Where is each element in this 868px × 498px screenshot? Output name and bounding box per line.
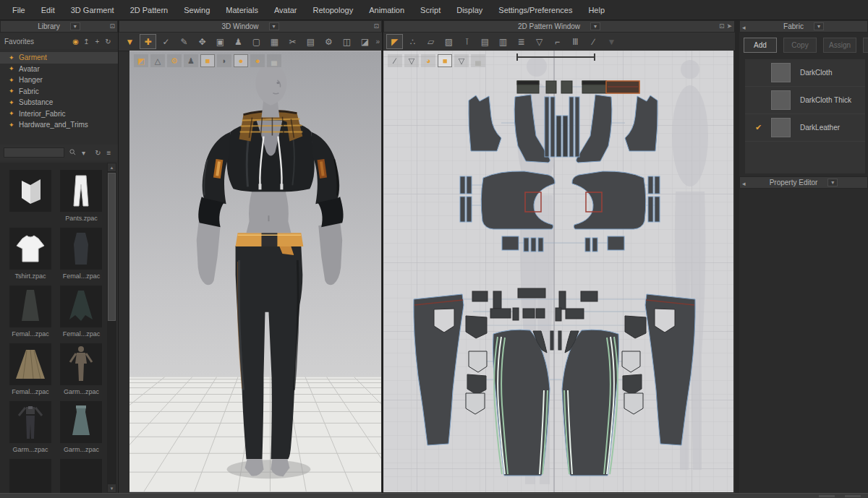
- transform-pattern-icon[interactable]: ◤: [386, 34, 403, 49]
- menu-avatar[interactable]: Avatar: [266, 6, 305, 14]
- menu-file[interactable]: File: [4, 6, 33, 14]
- free-sewing-icon[interactable]: ▥: [495, 34, 511, 49]
- menu-sewing[interactable]: Sewing: [176, 6, 218, 14]
- library-item-5[interactable]: Femal...zpac: [57, 286, 105, 338]
- favorite-badge-icon[interactable]: ◉: [70, 37, 81, 46]
- menu-display[interactable]: Display: [448, 6, 490, 14]
- 3d-viewport[interactable]: ◩ △ ⚙ ♟ ■ ◗ ● ● ▄: [129, 51, 381, 492]
- library-item-1[interactable]: Pants.zpac: [57, 170, 105, 223]
- favorite-item-substance[interactable]: ✦Substance: [0, 97, 118, 108]
- favorite-item-hanger[interactable]: ✦Hanger: [0, 74, 118, 86]
- fabric-panel-arrow-icon[interactable]: ◂: [742, 24, 746, 31]
- show-garment-alt-icon[interactable]: △: [150, 54, 165, 67]
- library-item-partial[interactable]: [57, 459, 105, 493]
- 2d-viewport[interactable]: ∕ ▽ ◕ ■ ▽ ▄: [383, 51, 733, 492]
- fabric-swatch[interactable]: [771, 118, 791, 137]
- edit-sewing-icon[interactable]: ✂: [284, 34, 301, 49]
- menu-animation[interactable]: Animation: [361, 6, 412, 14]
- menu-script[interactable]: Script: [412, 6, 448, 14]
- library-item-3[interactable]: Femal...zpac: [57, 228, 105, 280]
- steam-area-icon[interactable]: ≣: [513, 34, 529, 49]
- menu-help[interactable]: Help: [580, 6, 613, 14]
- pin-settings-icon[interactable]: ⚙: [320, 34, 337, 49]
- pattern-outline-toggle-icon[interactable]: ▽: [404, 54, 419, 67]
- scroll-up-icon[interactable]: ▴: [108, 163, 116, 171]
- menu-retopology[interactable]: Retopology: [305, 6, 362, 14]
- texture-view-2d-icon[interactable]: ■: [438, 54, 452, 67]
- favorite-item-fabric[interactable]: ✦Fabric: [0, 86, 118, 98]
- fabric-dropdown[interactable]: ▾: [814, 22, 824, 30]
- library-item-4[interactable]: Femal...zpac: [7, 286, 54, 338]
- sync-3d-icon[interactable]: ▽: [531, 34, 548, 49]
- pattern-lock-icon[interactable]: ▽: [454, 54, 469, 67]
- library-item-6[interactable]: Femal...zpac: [7, 343, 54, 396]
- import-icon[interactable]: ↥: [81, 37, 92, 46]
- library-item-8[interactable]: Garm...zpac: [7, 401, 54, 454]
- segment-sewing-icon[interactable]: ▤: [477, 34, 493, 49]
- library-search-input[interactable]: [4, 147, 64, 158]
- half-shade-view-icon[interactable]: ◗: [217, 54, 231, 67]
- scroll-down-icon[interactable]: ▾: [108, 484, 116, 492]
- pin-tool-icon[interactable]: ✎: [176, 34, 192, 49]
- toolbar-overflow-icon[interactable]: »: [375, 38, 380, 46]
- arrangement-points-icon[interactable]: ✥: [194, 34, 210, 49]
- pin-2d-icon[interactable]: ⊺: [459, 34, 475, 49]
- library-item-2[interactable]: Tshirt.zpac: [7, 228, 54, 280]
- favorite-item-hardware-and-trims[interactable]: ✦Hardware_and_Trims: [0, 119, 118, 131]
- 2d-window-pin-icon[interactable]: ➤: [726, 22, 732, 30]
- add-favorite-icon[interactable]: +: [92, 37, 103, 46]
- quad-mesh-icon[interactable]: ▦: [266, 34, 283, 49]
- menu-2d-pattern[interactable]: 2D Pattern: [122, 6, 176, 14]
- favorite-item-garment[interactable]: ✦Garment: [0, 52, 118, 64]
- assign-fabric-button[interactable]: Assign: [823, 38, 856, 53]
- measure-tape-icon[interactable]: ◫: [339, 34, 355, 49]
- show-avatar-icon[interactable]: ♟: [230, 34, 247, 49]
- 3d-window-dropdown[interactable]: ▾: [269, 22, 279, 30]
- scrollbar-thumb[interactable]: [108, 173, 116, 321]
- list-view-icon[interactable]: ≡: [103, 148, 114, 158]
- select-move-gizmo-icon[interactable]: ✚: [140, 34, 156, 49]
- fabric-swatch[interactable]: [771, 63, 791, 82]
- pleats-tool-icon[interactable]: Ⅲ: [567, 34, 584, 49]
- needle-tool-icon[interactable]: ∕: [388, 54, 402, 67]
- show-head-icon[interactable]: ●: [234, 54, 248, 67]
- search-filter-dropdown-icon[interactable]: ▾: [78, 148, 89, 158]
- 2d-window-detach-icon[interactable]: ⊡: [719, 22, 725, 30]
- fabric-row-darkcloth-thick[interactable]: DarkCloth Thick: [745, 87, 865, 114]
- refresh-library-icon[interactable]: ↻: [93, 148, 103, 158]
- library-item-partial[interactable]: [7, 459, 54, 493]
- create-polygon-icon[interactable]: ▱: [422, 34, 439, 49]
- sewing-machine-icon[interactable]: ▤: [302, 34, 319, 49]
- edit-pattern-icon[interactable]: ∴: [404, 34, 421, 49]
- 3d-window-detach-icon[interactable]: ⊡: [373, 22, 379, 30]
- library-item-9[interactable]: Garm...zpac: [57, 401, 105, 454]
- select-mesh-icon[interactable]: ✓: [158, 34, 174, 49]
- favorite-item-interior-fabric[interactable]: ✦Interior_Fabric: [0, 108, 118, 120]
- library-header-dropdown[interactable]: ▾: [70, 22, 80, 30]
- contrast-toggle-icon[interactable]: ◕: [421, 54, 435, 67]
- resize-grip[interactable]: [819, 495, 861, 497]
- texture-surface-view-icon[interactable]: ■: [200, 54, 215, 67]
- clone-pattern-icon[interactable]: ▢: [248, 34, 265, 49]
- grading-tool-icon[interactable]: ∕: [585, 34, 602, 49]
- flatten-tool-icon[interactable]: ◪: [357, 34, 373, 49]
- show-garment-icon[interactable]: ◩: [134, 54, 148, 67]
- library-detach-icon[interactable]: ⊡: [109, 22, 115, 30]
- menu-materials[interactable]: Materials: [218, 6, 266, 14]
- property-editor-dropdown[interactable]: ▾: [827, 179, 838, 186]
- show-avatar-pose-icon[interactable]: ♟: [184, 54, 198, 67]
- library-item-7[interactable]: Garm...zpac: [57, 343, 105, 396]
- add-fabric-button[interactable]: Add: [744, 38, 777, 53]
- edit-texture-icon[interactable]: ▨: [441, 34, 457, 49]
- trace-tool-icon[interactable]: ⌐: [549, 34, 566, 49]
- fabric-row-darkleather[interactable]: ✔ DarkLeather: [745, 114, 865, 142]
- 3d-scene[interactable]: [129, 51, 381, 492]
- menu-edit[interactable]: Edit: [33, 6, 63, 14]
- view-camera-icon[interactable]: ▣: [212, 34, 229, 49]
- refresh-favorites-icon[interactable]: ↻: [103, 37, 114, 46]
- menu-settings-preferences[interactable]: Settings/Preferences: [490, 6, 580, 14]
- search-icon[interactable]: [67, 148, 78, 158]
- show-head-alt-icon[interactable]: ●: [250, 54, 265, 67]
- library-scrollbar[interactable]: ▴ ▾: [107, 163, 116, 493]
- show-internal-lines-icon[interactable]: ⚙: [167, 54, 182, 67]
